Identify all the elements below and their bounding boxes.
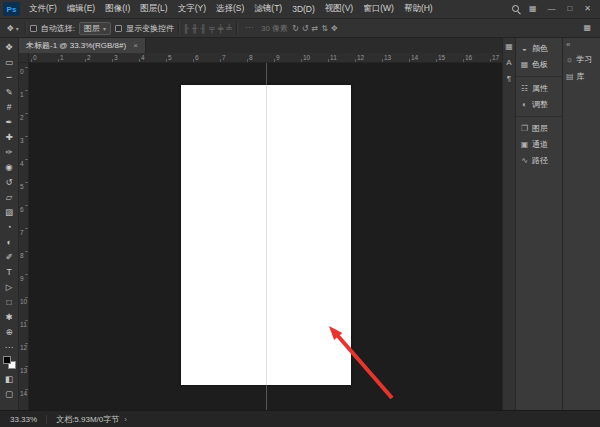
lasso-tool[interactable]: ∽ [0,69,18,84]
search-icon[interactable] [511,4,521,14]
foreground-color-swatch[interactable] [3,356,11,364]
gradient-tool[interactable]: ▨ [0,204,18,219]
character-panel-icon[interactable]: A [506,58,511,67]
align-top-edges-icon[interactable]: ╤ [209,24,215,33]
status-bar: 33.33% 文档:5.93M/0字节 › [0,410,600,427]
3d-scale-icon[interactable]: ✥ [331,24,338,33]
maximize-button[interactable]: □ [562,2,577,16]
workspace-switcher-icon[interactable]: ▦ [525,2,541,16]
paths-panel[interactable]: ∿路径 [516,155,562,166]
history-brush-tool[interactable]: ↺ [0,174,18,189]
properties-panel[interactable]: ☷属性 [516,83,562,94]
align-bottom-edges-icon[interactable]: ╧ [226,24,232,33]
marquee-tool[interactable]: ▭ [0,54,18,69]
brush-tool[interactable]: ✑ [0,144,18,159]
crop-tool[interactable]: # [0,99,18,114]
ruler-number: 14 [411,53,418,62]
quick-selection-tool[interactable]: ✎ [0,84,18,99]
healing-brush-tool[interactable]: ✚ [0,129,18,144]
menu-item[interactable]: 文字(Y) [173,3,211,15]
channels-panel[interactable]: ▣通道 [516,139,562,150]
clone-stamp-tool[interactable]: ◉ [0,159,18,174]
zoom-tool[interactable]: ⊕ [0,324,18,339]
eraser-tool[interactable]: ▱ [0,189,18,204]
menu-item[interactable]: 3D(D) [287,4,320,14]
eyedropper-tool[interactable]: ✒ [0,114,18,129]
align-vertical-centers-icon[interactable]: ╪ [218,24,224,33]
pen-tool[interactable]: ✐ [0,249,18,264]
main-area: ✥▭∽✎#✒✚✑◉↺▱▨◔◐✐T▷□✱⊕ ⋯ ◧ ▢ 未标题-1 @ 33.3%… [0,38,600,410]
color-panel[interactable]: ◒颜色 [516,43,562,54]
hand-tool[interactable]: ✱ [0,309,18,324]
blur-tool[interactable]: ◔ [0,219,18,234]
ruler-number: 3 [114,53,118,62]
horizontal-ruler[interactable]: 01234567891011121314151617 [19,53,502,63]
ruler-tick [355,59,356,62]
learn-panel-icon: ☼ [566,55,573,64]
paragraph-panel-icon[interactable]: ¶ [507,74,511,83]
menu-item[interactable]: 选择(S) [211,3,249,15]
photoshop-logo: Ps [3,2,20,16]
shape-tool[interactable]: □ [0,294,18,309]
tool-preset-picker[interactable]: ✥ ▾ [5,24,21,33]
menu-item[interactable]: 图像(I) [100,3,135,15]
dodge-tool[interactable]: ◐ [0,234,18,249]
menu-item[interactable]: 窗口(W) [358,3,399,15]
ruler-tick [58,59,59,62]
libraries-panel[interactable]: ▤库 [563,71,600,82]
chevron-down-icon: ▾ [16,25,19,32]
more-options-icon[interactable]: ⋯ [241,21,257,35]
swatches-panel[interactable]: ▦色板 [516,59,562,70]
3d-rotate-icon[interactable]: ↻ [292,24,299,33]
status-expand-icon[interactable]: › [124,415,127,424]
vertical-ruler[interactable]: 01234567891011121314 [19,63,29,410]
panel-label: 路径 [532,155,548,166]
options-divider [25,22,26,34]
collapse-panels-icon[interactable]: « [563,40,600,51]
edit-toolbar-icon[interactable]: ⋯ [0,339,18,354]
auto-select-dropdown[interactable]: 图层 ▾ [79,22,111,35]
swatches-panel-icon: ▦ [520,60,529,69]
screen-mode-button[interactable]: ▢ [0,386,18,401]
mode-icons: ↻↺⇄⇅✥ [292,24,338,33]
ruler-tick [25,182,28,183]
ruler-number: 4 [141,53,145,62]
panel-label: 调整 [532,99,548,110]
tool-options-bar: ✥ ▾ 自动选择: 图层 ▾ 显示变换控件 ╟╫╢╤╪╧ ⋯ 30 像素 ↻↺⇄… [0,19,600,38]
align-horizontal-centers-icon[interactable]: ╫ [192,24,198,33]
menu-item[interactable]: 滤镜(T) [249,3,287,15]
minimize-button[interactable]: — [542,2,560,16]
zoom-level[interactable]: 33.33% [10,415,47,424]
close-button[interactable]: ✕ [579,2,596,16]
menu-items: 文件(F)编辑(E)图像(I)图层(L)文字(Y)选择(S)滤镜(T)3D(D)… [24,0,438,18]
color-swatches[interactable] [3,356,16,369]
adjustments-panel[interactable]: ◐调整 [516,99,562,110]
ruler-tick [328,59,329,62]
ruler-tick [25,228,28,229]
path-selection-tool[interactable]: ▷ [0,279,18,294]
move-tool[interactable]: ✥ [0,39,18,54]
menu-item[interactable]: 视图(V) [320,3,358,15]
learn-panel[interactable]: ☼学习 [563,54,600,65]
workspace-icon[interactable]: ▦ [579,21,595,35]
grid-panel-icon[interactable]: ▦ [505,42,513,51]
auto-select-checkbox[interactable] [30,25,37,32]
menu-item[interactable]: 图层(L) [135,3,172,15]
3d-roll-icon[interactable]: ↺ [302,24,309,33]
align-right-edges-icon[interactable]: ╢ [200,24,206,33]
show-transform-checkbox[interactable] [115,25,122,32]
quick-mask-button[interactable]: ◧ [0,371,18,386]
canvas-area[interactable] [29,63,502,410]
ruler-number: 5 [168,53,172,62]
3d-slide-icon[interactable]: ⇅ [321,24,328,33]
3d-drag-icon[interactable]: ⇄ [312,24,319,33]
align-left-edges-icon[interactable]: ╟ [183,24,189,33]
document-tab[interactable]: 未标题-1 @ 33.3%(RGB/8#) × [19,38,146,53]
menu-item[interactable]: 编辑(E) [62,3,100,15]
type-tool[interactable]: T [0,264,18,279]
layers-panel[interactable]: ❐图层 [516,123,562,134]
menu-item[interactable]: 帮助(H) [399,3,438,15]
menu-item[interactable]: 文件(F) [24,3,62,15]
ruler-tick [274,59,275,62]
close-tab-icon[interactable]: × [133,41,138,50]
